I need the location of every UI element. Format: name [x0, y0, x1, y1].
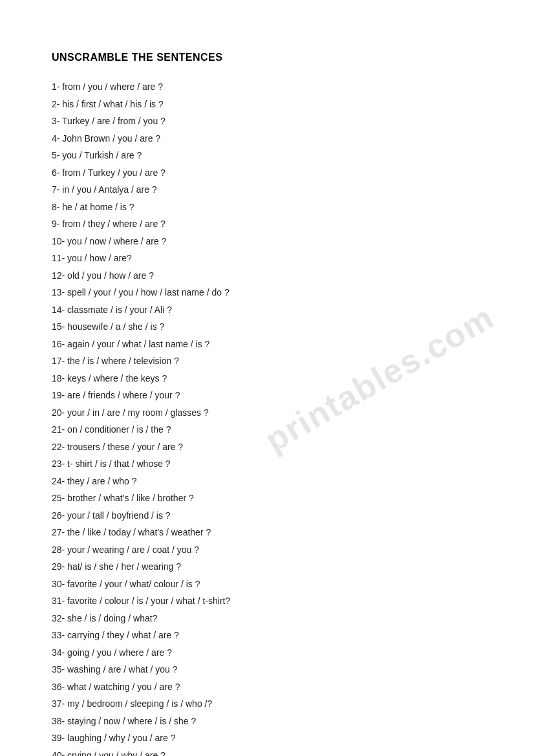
- list-item: 20- your / in / are / my room / glasses …: [52, 405, 482, 421]
- list-item: 18- keys / where / the keys ?: [52, 371, 482, 387]
- list-item: 37- my / bedroom / sleeping / is / who /…: [52, 696, 482, 712]
- list-item: 7- in / you / Antalya / are ?: [52, 182, 482, 198]
- list-item: 9- from / they / where / are ?: [52, 216, 482, 232]
- list-item: 21- on / conditioner / is / the ?: [52, 422, 482, 438]
- list-item: 34- going / you / where / are ?: [52, 645, 482, 661]
- list-item: 31- favorite / colour / is / your / what…: [52, 593, 482, 609]
- list-item: 32- she / is / doing / what?: [52, 610, 482, 627]
- list-item: 24- they / are / who ?: [52, 473, 482, 490]
- list-item: 28- your / wearing / are / coat / you ?: [52, 542, 482, 558]
- list-item: 3- Turkey / are / from / you ?: [52, 113, 482, 129]
- list-item: 10- you / now / where / are ?: [52, 233, 482, 250]
- list-item: 17- the / is / where / television ?: [52, 353, 482, 369]
- list-item: 11- you / how / are?: [52, 250, 482, 266]
- list-item: 15- housewife / a / she / is ?: [52, 319, 482, 335]
- page-title: UNSCRAMBLE THE SENTENCES: [52, 52, 482, 63]
- list-item: 39- laughing / why / you / are ?: [52, 730, 482, 746]
- list-item: 23- t- shirt / is / that / whose ?: [52, 456, 482, 472]
- list-item: 1- from / you / where / are ?: [52, 79, 482, 95]
- list-item: 40- crying / you / why / are ?: [52, 748, 482, 757]
- list-item: 36- what / watching / you / are ?: [52, 679, 482, 695]
- list-item: 29- hat/ is / she / her / wearing ?: [52, 559, 482, 575]
- list-item: 5- you / Turkish / are ?: [52, 147, 482, 164]
- list-item: 38- staying / now / where / is / she ?: [52, 713, 482, 729]
- sentences-list: 1- from / you / where / are ?2- his / fi…: [52, 79, 482, 756]
- list-item: 22- trousers / these / your / are ?: [52, 439, 482, 455]
- list-item: 13- spell / your / you / how / last name…: [52, 285, 482, 301]
- list-item: 35- washing / are / what / you ?: [52, 662, 482, 678]
- list-item: 6- from / Turkey / you / are ?: [52, 165, 482, 181]
- list-item: 4- John Brown / you / are ?: [52, 131, 482, 147]
- list-item: 25- brother / what's / like / brother ?: [52, 490, 482, 506]
- list-item: 27- the / like / today / what's / weathe…: [52, 524, 482, 541]
- list-item: 26- your / tall / boyfriend / is ?: [52, 508, 482, 524]
- list-item: 30- favorite / your / what/ colour / is …: [52, 576, 482, 592]
- list-item: 16- again / your / what / last name / is…: [52, 336, 482, 352]
- list-item: 2- his / first / what / his / is ?: [52, 96, 482, 113]
- list-item: 33- carrying / they / what / are ?: [52, 627, 482, 643]
- list-item: 12- old / you / how / are ?: [52, 268, 482, 284]
- list-item: 19- are / friends / where / your ?: [52, 387, 482, 404]
- list-item: 8- he / at home / is ?: [52, 199, 482, 215]
- list-item: 14- classmate / is / your / Ali ?: [52, 302, 482, 318]
